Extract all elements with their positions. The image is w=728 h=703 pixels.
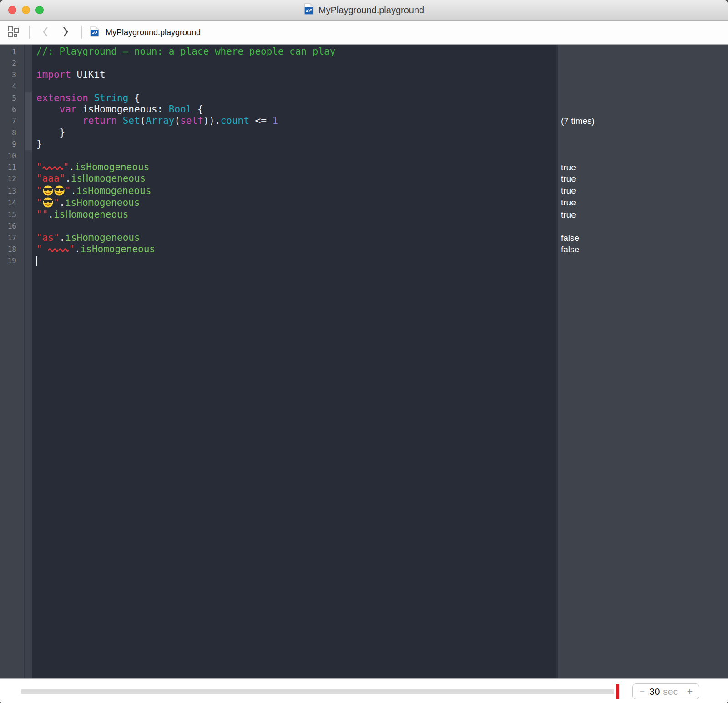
code-token: isHomogeneous: [77, 104, 169, 115]
code-line: 2 [0, 57, 728, 69]
result-empty [556, 81, 728, 92]
code-line: 19 [0, 255, 728, 266]
code-line: 15"".isHomogeneoustrue [0, 209, 728, 220]
code-line-content[interactable] [32, 81, 556, 92]
code-token: )). [203, 115, 221, 126]
code-token: isHomogeneous [81, 244, 155, 255]
code-rows: 1//: Playground – noun: a place where pe… [0, 46, 728, 267]
code-line-content[interactable]: extension String { [32, 92, 556, 104]
code-line-content[interactable] [32, 57, 556, 69]
zoom-button[interactable] [35, 6, 44, 14]
breadcrumb[interactable]: MyPlayground.playground [106, 28, 201, 37]
code-token: ( [174, 115, 180, 126]
duration-increase-button[interactable]: + [687, 686, 693, 697]
code-line-content[interactable]: "".isHomogeneous [32, 209, 556, 220]
playground-file-icon [304, 3, 314, 17]
code-line: 14"".isHomogeneoustrue [0, 197, 728, 209]
line-number: 18 [0, 244, 21, 255]
code-token: } [36, 138, 42, 149]
duration-decrease-button[interactable]: − [639, 686, 645, 697]
code-token: . [48, 209, 54, 220]
result-empty [556, 220, 728, 232]
result-value[interactable]: false [556, 232, 728, 244]
source-editor[interactable]: 1//: Playground – noun: a place where pe… [0, 45, 728, 678]
code-token: String [94, 92, 128, 103]
code-line: 17"as".isHomogeneousfalse [0, 232, 728, 244]
code-token: isHomogeneous [65, 197, 140, 208]
toolbar-separator [81, 26, 82, 39]
code-token: count [221, 115, 249, 126]
minimize-button[interactable] [22, 6, 30, 14]
code-token: isHomogeneous [75, 162, 149, 173]
code-line-content[interactable]: "aaa".isHomogeneous [32, 173, 556, 184]
close-button[interactable] [8, 6, 16, 14]
result-value[interactable]: true [556, 209, 728, 220]
code-line-content[interactable]: " ".isHomogeneous [32, 244, 556, 255]
traffic-lights [8, 6, 44, 14]
duration-display: 30 sec [649, 686, 682, 697]
result-value[interactable]: false [556, 244, 728, 255]
fold-ribbon[interactable] [21, 115, 32, 127]
code-line: 11"".isHomogeneoustrue [0, 162, 728, 173]
code-token: isHomogeneous [71, 173, 146, 184]
code-line-content[interactable]: } [32, 127, 556, 138]
result-value[interactable]: (7 times) [556, 115, 728, 127]
code-line-content[interactable] [32, 150, 556, 162]
fold-ribbon[interactable] [21, 92, 32, 104]
code-line: 8 } [0, 127, 728, 138]
code-line-content[interactable]: "".isHomogeneous [32, 185, 556, 197]
code-token: { [128, 92, 140, 103]
code-token: Bool [169, 104, 192, 115]
result-empty [556, 104, 728, 115]
code-line-content[interactable] [32, 220, 556, 232]
code-line-content[interactable]: var isHomogeneous: Bool { [32, 104, 556, 115]
code-token: self [180, 115, 203, 126]
line-number: 4 [0, 81, 21, 92]
code-line-content[interactable]: "".isHomogeneous [32, 162, 556, 173]
code-token [88, 92, 94, 103]
code-token: " [36, 197, 42, 208]
related-items-button[interactable] [5, 25, 21, 40]
duration-unit: sec [663, 686, 678, 697]
code-token: . [65, 173, 71, 184]
code-token: . [75, 244, 81, 255]
line-number: 2 [0, 57, 21, 69]
code-token: "as" [36, 232, 60, 243]
code-line: 18" ".isHomogeneousfalse [0, 244, 728, 255]
fold-ribbon [21, 81, 32, 92]
line-number: 12 [0, 173, 21, 184]
fold-ribbon[interactable] [21, 127, 32, 138]
code-token [117, 115, 123, 126]
code-line-content[interactable]: } [32, 138, 556, 150]
fold-ribbon[interactable] [21, 104, 32, 115]
result-value[interactable]: true [556, 197, 728, 209]
code-line-content[interactable]: //: Playground – noun: a place where peo… [32, 46, 556, 57]
forward-button[interactable] [58, 25, 73, 40]
line-number: 1 [0, 46, 21, 57]
duration-stepper: − 30 sec + [632, 683, 699, 699]
code-token: return [82, 115, 117, 126]
code-token: " [54, 197, 60, 208]
code-token: { [192, 104, 203, 115]
code-token: "aaa" [36, 173, 65, 184]
result-value[interactable]: true [556, 185, 728, 197]
fold-ribbon[interactable] [21, 138, 32, 150]
code-token: . [69, 162, 75, 173]
code-token: . [60, 232, 66, 243]
code-token: 1 [272, 115, 278, 126]
fold-ribbon [21, 232, 32, 244]
fold-ribbon [21, 150, 32, 162]
code-line-content[interactable]: return Set(Array(self)).count <= 1 [32, 115, 556, 127]
code-line-content[interactable]: "as".isHomogeneous [32, 232, 556, 244]
line-number: 15 [0, 209, 21, 220]
code-line-content[interactable] [32, 255, 556, 266]
code-token: //: Playground – noun: a place where peo… [36, 46, 335, 57]
back-button[interactable] [38, 25, 53, 40]
code-token: isHomogeneous [65, 232, 140, 243]
code-token: Set [123, 115, 140, 126]
result-value[interactable]: true [556, 173, 728, 184]
line-number: 5 [0, 92, 21, 104]
code-line-content[interactable]: "".isHomogeneous [32, 197, 556, 209]
code-line-content[interactable]: import UIKit [32, 69, 556, 81]
result-value[interactable]: true [556, 162, 728, 173]
